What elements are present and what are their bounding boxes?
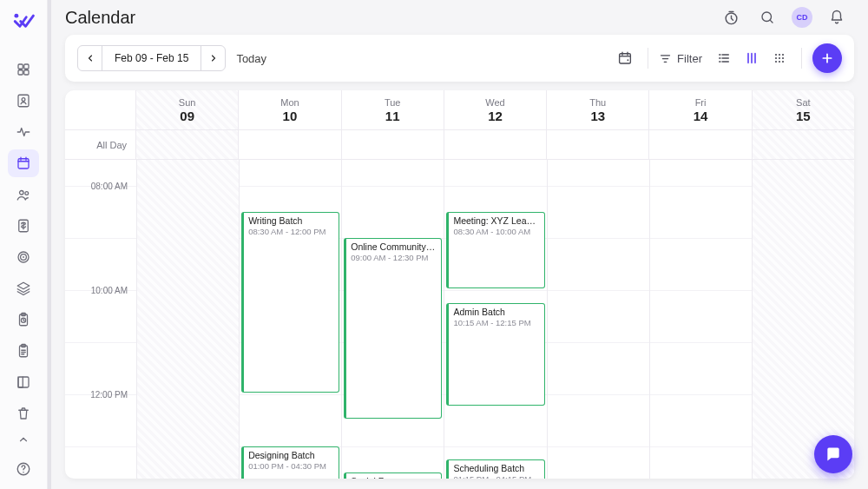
- calendar-event[interactable]: Scheduling Batch01:15 PM - 04:15 PM: [446, 459, 544, 479]
- event-title: Social Responses Batch: [351, 476, 437, 479]
- list-view-toggle[interactable]: [713, 47, 735, 69]
- svg-rect-1: [18, 64, 23, 69]
- svg-rect-24: [620, 54, 631, 63]
- day-of-week-label: Thu: [589, 97, 606, 108]
- nav-dashboard[interactable]: [8, 56, 39, 83]
- nav-contact[interactable]: [8, 87, 39, 115]
- left-nav-rail: [0, 0, 48, 489]
- allday-cell[interactable]: [136, 130, 239, 159]
- prev-week-button[interactable]: [78, 46, 102, 70]
- today-button[interactable]: Today: [236, 52, 266, 65]
- timer-icon[interactable]: [719, 5, 743, 30]
- day-of-month-label: 09: [180, 109, 194, 123]
- nav-panel[interactable]: [8, 368, 39, 396]
- svg-point-9: [25, 192, 29, 195]
- day-header-wed[interactable]: Wed12: [444, 90, 547, 129]
- day-column-wed[interactable]: Meeting: XYZ Leadership08:30 AM - 10:00 …: [444, 160, 547, 479]
- clipboard-list-icon: [16, 343, 31, 359]
- filter-icon: [659, 52, 672, 65]
- calendar-icon: [16, 155, 31, 171]
- day-of-week-label: Fri: [695, 97, 707, 108]
- day-column-mon[interactable]: Writing Batch08:30 AM - 12:00 PMDesignin…: [240, 160, 342, 479]
- svg-point-26: [775, 54, 777, 56]
- layers-icon: [16, 281, 31, 296]
- trash-icon: [16, 406, 31, 421]
- nav-clipboard-list[interactable]: [8, 337, 39, 365]
- time-label: 08:00 AM: [91, 182, 128, 191]
- svg-rect-3: [18, 70, 23, 75]
- day-column-sun[interactable]: [136, 160, 240, 479]
- svg-point-21: [23, 472, 24, 473]
- day-header-fri[interactable]: Fri14: [649, 90, 752, 129]
- clipboard-time-icon: [16, 312, 31, 327]
- nav-activity[interactable]: [8, 118, 39, 146]
- filter-label: Filter: [677, 52, 702, 65]
- day-column-tue[interactable]: Online Community Management09:00 AM - 12…: [342, 160, 444, 479]
- svg-point-25: [628, 59, 629, 61]
- allday-cell[interactable]: [444, 130, 547, 159]
- allday-cell[interactable]: [342, 130, 444, 159]
- day-header-thu[interactable]: Thu13: [547, 90, 649, 129]
- calendar-event[interactable]: Writing Batch08:30 AM - 12:00 PM: [241, 212, 339, 393]
- date-range-label[interactable]: Feb 09 - Feb 15: [102, 52, 201, 64]
- next-week-button[interactable]: [201, 46, 225, 70]
- nav-trash[interactable]: [8, 400, 39, 427]
- calendar-picker-icon[interactable]: [613, 46, 637, 70]
- event-title: Scheduling Batch: [453, 463, 539, 473]
- nav-clipboard-time[interactable]: [8, 306, 39, 334]
- event-title: Writing Batch: [248, 215, 334, 226]
- search-icon[interactable]: [755, 5, 779, 30]
- page-title: Calendar: [65, 8, 135, 28]
- calendar-event[interactable]: Admin Batch10:15 AM - 12:15 PM: [446, 303, 544, 406]
- day-of-month-label: 12: [488, 109, 503, 123]
- column-view-toggle[interactable]: [740, 47, 763, 69]
- day-of-month-label: 11: [385, 109, 400, 123]
- nav-team[interactable]: [8, 181, 39, 208]
- view-toggle-group: [713, 47, 791, 69]
- event-time: 10:15 AM - 12:15 PM: [453, 318, 539, 327]
- nav-target[interactable]: [8, 243, 39, 271]
- filter-button[interactable]: Filter: [659, 52, 702, 65]
- panel-icon: [16, 374, 31, 390]
- nav-calendar[interactable]: [8, 149, 39, 177]
- nav-layers[interactable]: [8, 274, 39, 302]
- day-column-thu[interactable]: [548, 160, 650, 479]
- allday-cell[interactable]: [239, 130, 341, 159]
- svg-point-28: [782, 54, 784, 56]
- create-event-button[interactable]: [812, 43, 842, 73]
- event-time: 08:30 AM - 12:00 PM: [248, 227, 334, 236]
- day-column-sat[interactable]: [753, 160, 854, 479]
- day-of-week-label: Sat: [796, 97, 811, 108]
- user-avatar[interactable]: CD: [792, 7, 812, 28]
- allday-cell[interactable]: [753, 130, 854, 159]
- event-time: 09:00 AM - 12:30 PM: [351, 253, 437, 262]
- calendar-event[interactable]: Social Responses Batch01:30 PM - 05:00 P…: [344, 472, 442, 479]
- event-title: Online Community Management: [351, 241, 437, 252]
- calendar-scroll[interactable]: 08:00 AM10:00 AM12:00 PM02:00 PM04:00 PM…: [65, 160, 854, 479]
- event-time: 01:15 PM - 04:15 PM: [453, 474, 539, 479]
- day-column-fri[interactable]: [650, 160, 753, 479]
- app-logo[interactable]: [11, 9, 36, 31]
- svg-rect-4: [24, 70, 29, 75]
- svg-point-0: [14, 14, 18, 18]
- nav-billing[interactable]: [8, 212, 39, 240]
- calendar-event[interactable]: Meeting: XYZ Leadership08:30 AM - 10:00 …: [446, 212, 544, 288]
- allday-cell[interactable]: [547, 130, 649, 159]
- grid-view-toggle[interactable]: [768, 47, 791, 69]
- day-header-sun[interactable]: Sun09: [136, 90, 239, 129]
- svg-rect-2: [24, 64, 29, 69]
- day-header-mon[interactable]: Mon10: [239, 90, 341, 129]
- chat-fab[interactable]: [814, 435, 852, 473]
- day-header-sat[interactable]: Sat15: [753, 90, 854, 129]
- day-header-tue[interactable]: Tue11: [342, 90, 444, 129]
- day-of-month-label: 10: [283, 109, 298, 123]
- event-title: Admin Batch: [453, 307, 539, 317]
- help-button[interactable]: [8, 456, 39, 482]
- collapse-nav-button[interactable]: [8, 427, 39, 450]
- svg-point-33: [779, 61, 780, 63]
- svg-point-30: [779, 57, 780, 59]
- notifications-icon[interactable]: [825, 5, 849, 30]
- allday-cell[interactable]: [649, 130, 752, 159]
- calendar-event[interactable]: Online Community Management09:00 AM - 12…: [344, 238, 442, 419]
- calendar-event[interactable]: Designing Batch01:00 PM - 04:30 PM: [241, 446, 339, 479]
